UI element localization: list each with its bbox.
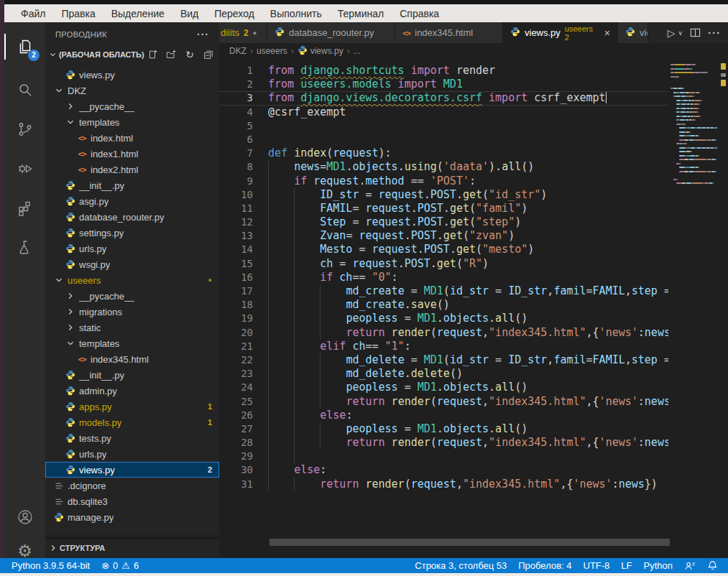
notifications-bell-icon[interactable]	[701, 560, 724, 571]
chevron-right-icon	[64, 101, 77, 111]
minimap[interactable]	[668, 61, 719, 248]
code-line-4: @csrf_exempt	[268, 106, 668, 119]
tree-item-manage-py[interactable]: manage.py	[45, 509, 219, 525]
python-version-status[interactable]: Python 3.9.5 64-bit	[6, 560, 96, 571]
breadcrumb-separator: ›	[250, 46, 253, 56]
tree-item-index-html[interactable]: <>index.html	[45, 130, 219, 146]
line-number: 21	[219, 340, 268, 353]
vertical-scrollbar[interactable]	[719, 59, 728, 558]
tree-item-urls-py[interactable]: urls.py	[45, 241, 219, 256]
tree-item-tests-py[interactable]: tests.py	[45, 430, 219, 446]
breadcrumb-item-useeers[interactable]: useeers	[257, 46, 287, 56]
tree-item-DKZ[interactable]: DKZ	[45, 83, 219, 98]
menu-item-8[interactable]: Справка	[392, 8, 447, 19]
horizontal-scrollbar[interactable]	[269, 539, 670, 546]
close-icon[interactable]: ×	[604, 27, 610, 39]
tab-views.py[interactable]: views.pyuseeers 2×	[503, 22, 618, 43]
line-number: 13	[219, 229, 268, 243]
tree-item-label: database_roouter.py	[79, 212, 165, 223]
tree-item-label: .dcignore	[68, 480, 106, 491]
new-folder-icon[interactable]	[165, 48, 178, 61]
tree-item-label: index1.html	[91, 149, 138, 159]
new-file-icon[interactable]	[146, 48, 159, 61]
tree-item--init-py[interactable]: __init__.py	[45, 177, 219, 193]
run-python-file-icon[interactable]: ▷	[668, 27, 676, 39]
tree-item-index345-html[interactable]: <>index345.html	[45, 351, 219, 367]
menu-item-2[interactable]: Правка	[53, 8, 103, 19]
chevron-down-icon	[48, 50, 57, 60]
menu-item-1[interactable]: Файл	[13, 8, 53, 19]
tree-item-models-py[interactable]: models.py1	[45, 414, 219, 430]
workspace-section-header[interactable]: (РАБОЧАЯ ОБЛАСТЬ) ... ↻	[45, 46, 219, 63]
code-editor[interactable]: 1234567891011121314151617181920212223242…	[219, 59, 728, 558]
tree-item--pycache-[interactable]: __pycache__	[45, 98, 219, 114]
tab-index345.html[interactable]: <>index345.html	[395, 22, 503, 43]
extensions-icon[interactable]	[4, 191, 45, 226]
language-mode-status[interactable]: Python	[638, 560, 678, 571]
chevron-down-icon	[64, 117, 77, 127]
tree-item-index2-html[interactable]: <>index2.html	[45, 162, 219, 177]
menu-item-7[interactable]: Терминал	[330, 8, 392, 19]
error-icon: ⊗	[101, 560, 109, 571]
account-icon[interactable]	[4, 500, 45, 534]
menu-item-6[interactable]: Выполнить	[262, 8, 330, 19]
tree-item-templates[interactable]: templates	[45, 335, 219, 351]
collapse-all-icon[interactable]	[202, 48, 215, 61]
code-line-11: FAMIL= request.POST.get("famil")	[268, 202, 668, 215]
tree-item-db-sqlite3[interactable]: db.sqlite3	[45, 493, 219, 509]
breadcrumb-item-DKZ[interactable]: DKZ	[229, 46, 246, 56]
tree-item-wsgi-py[interactable]: wsgi.py	[45, 256, 219, 272]
cursor-position-status[interactable]: Строка 3, столбец 53	[409, 560, 512, 571]
tree-item-views-py[interactable]: views.py	[45, 67, 219, 83]
tree-item-migrations[interactable]: migrations	[45, 304, 219, 320]
python-file-icon	[64, 228, 77, 238]
testing-icon[interactable]	[4, 231, 45, 265]
more-actions-icon[interactable]: ···	[197, 29, 209, 40]
refresh-icon[interactable]: ↻	[183, 48, 196, 61]
tree-item-database-roouter-py[interactable]: database_roouter.py	[45, 209, 219, 225]
breadcrumb-item-[interactable]: ...	[354, 46, 361, 56]
tab-database_roouter.py[interactable]: database_roouter.py	[267, 22, 395, 43]
tab-vie[interactable]: vie	[618, 22, 648, 43]
tab-diiits[interactable]: diiits2●	[219, 22, 267, 43]
search-icon[interactable]	[4, 73, 45, 107]
problems-status[interactable]: ⊗ 0 ⚠ 6	[96, 560, 144, 571]
code-line-12: Step = request.POST.get("step")	[268, 215, 668, 229]
encoding-status[interactable]: UTF-8	[578, 560, 616, 571]
tree-item--pycache-[interactable]: __pycache__	[45, 288, 219, 304]
tree-item-asgi-py[interactable]: asgi.py	[45, 193, 219, 209]
code-content[interactable]: from django.shortcuts import renderfrom …	[268, 64, 668, 491]
tree-item-static[interactable]: static	[45, 320, 219, 335]
tree-item-views-py[interactable]: views.py2	[45, 462, 219, 478]
tree-item-index1-html[interactable]: <>index1.html	[45, 146, 219, 162]
menu-item-3[interactable]: Выделение	[103, 8, 172, 19]
menu-item-4[interactable]: Вид	[172, 8, 206, 19]
tree-item-label: index.html	[91, 133, 133, 144]
explorer-problems-badge: 2	[28, 50, 40, 61]
tree-item-label: templates	[79, 117, 119, 128]
more-actions-icon[interactable]: ···	[708, 27, 721, 39]
feedback-icon[interactable]	[678, 560, 701, 571]
split-editor-icon[interactable]	[690, 27, 701, 38]
python-file-icon	[64, 433, 77, 443]
tree-item-admin-py[interactable]: admin.py	[45, 383, 219, 399]
tree-item-templates[interactable]: templates	[45, 114, 219, 130]
eol-status[interactable]: LF	[615, 560, 637, 571]
breadcrumb-item-viewspy[interactable]: views.py	[298, 45, 344, 57]
tree-item-useeers[interactable]: useeers●	[45, 272, 219, 288]
tree-item-urls-py[interactable]: urls.py	[45, 446, 219, 462]
tree-item-label: static	[79, 322, 101, 333]
tree-item-settings-py[interactable]: settings.py	[45, 225, 219, 241]
outline-section-header[interactable]: СТРУКТУРА	[45, 539, 219, 557]
source-control-icon[interactable]	[4, 112, 45, 147]
python-file-icon	[64, 70, 77, 80]
line-number: 8	[219, 160, 268, 174]
run-debug-icon[interactable]	[4, 152, 45, 186]
indentation-status[interactable]: Пробелов: 4	[512, 560, 577, 571]
files-icon[interactable]: 2	[4, 29, 45, 64]
run-dropdown-icon[interactable]: ∨	[678, 29, 683, 37]
tree-item--init-py[interactable]: __init__.py	[45, 367, 219, 383]
tree-item-apps-py[interactable]: apps.py1	[45, 399, 219, 414]
tree-item--dcignore[interactable]: .dcignore	[45, 478, 219, 493]
menu-item-5[interactable]: Переход	[206, 8, 262, 19]
